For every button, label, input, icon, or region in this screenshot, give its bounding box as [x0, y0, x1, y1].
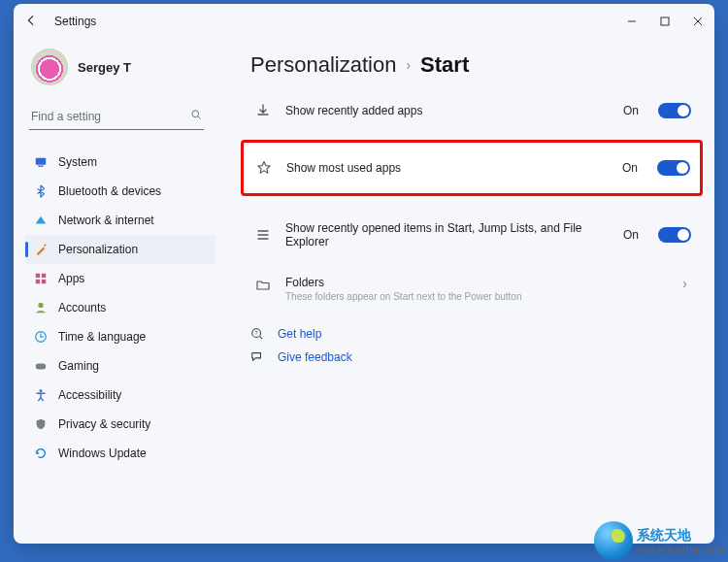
setting-recently-added: Show recently added apps On [250, 91, 697, 130]
svg-rect-6 [36, 280, 40, 283]
accessibility-icon [33, 387, 49, 403]
list-icon [254, 227, 272, 243]
sidebar-item-accessibility[interactable]: Accessibility [25, 380, 215, 410]
sidebar-item-time[interactable]: Time & language [25, 322, 215, 351]
update-icon [33, 446, 49, 461]
apps-icon [33, 271, 49, 286]
give-feedback-link[interactable]: Give feedback [250, 350, 697, 364]
breadcrumb: Personalization › Start [250, 52, 697, 78]
watermark: 系统天地 www.XiTongTianDi.net [594, 521, 724, 560]
globe-icon [594, 521, 633, 560]
sidebar-item-gaming[interactable]: Gaming [25, 351, 215, 380]
toggle-recently-added[interactable] [658, 103, 691, 118]
privacy-icon [33, 416, 49, 432]
profile[interactable]: Sergey T [25, 43, 215, 99]
svg-rect-10 [36, 363, 47, 369]
link-label: Get help [278, 327, 321, 341]
sidebar-item-privacy[interactable]: Privacy & security [25, 410, 215, 439]
watermark-domain: www.XiTongTianDi.net [637, 545, 724, 554]
titlebar: Settings [14, 4, 714, 39]
setting-label: Folders [285, 276, 665, 289]
toggle-state: On [623, 228, 639, 242]
link-label: Give feedback [278, 350, 352, 364]
sidebar-item-bluetooth[interactable]: Bluetooth & devices [25, 177, 215, 206]
bluetooth-icon [33, 183, 49, 199]
feedback-icon [250, 350, 266, 364]
sidebar-item-label: Network & internet [58, 214, 154, 227]
chevron-right-icon: › [406, 57, 411, 73]
back-button[interactable] [14, 14, 49, 30]
help-icon: ? [250, 327, 266, 341]
window-title: Settings [49, 15, 96, 28]
svg-point-8 [38, 303, 43, 308]
sidebar-item-label: Accessibility [58, 388, 121, 402]
sidebar-item-label: Time & language [58, 330, 146, 344]
highlighted-setting: Show most used apps On [241, 140, 703, 196]
toggle-state: On [623, 104, 639, 117]
setting-label: Show recently added apps [285, 104, 610, 117]
sidebar-item-apps[interactable]: Apps [25, 264, 215, 293]
close-button[interactable] [681, 4, 714, 39]
content: Personalization › Start Show recently ad… [215, 39, 714, 544]
minimize-button[interactable] [615, 4, 648, 39]
accounts-icon [33, 300, 49, 315]
toggle-state: On [622, 161, 638, 175]
watermark-brand: 系统天地 [637, 527, 691, 543]
setting-recently-opened: Show recently opened items in Start, Jum… [250, 210, 697, 260]
sidebar-item-label: Apps [58, 272, 84, 285]
breadcrumb-current: Start [420, 52, 469, 78]
search-input[interactable]: Find a setting [29, 103, 204, 130]
nav: SystemBluetooth & devicesNetwork & inter… [25, 140, 215, 468]
avatar [31, 49, 68, 85]
svg-point-1 [192, 111, 199, 117]
network-icon [33, 213, 49, 228]
toggle-most-used[interactable] [657, 160, 690, 176]
search-placeholder: Find a setting [31, 110, 101, 123]
help-links: ? Get help Give feedback [250, 327, 697, 364]
svg-text:?: ? [255, 330, 258, 336]
personalization-icon [33, 242, 49, 257]
gaming-icon [33, 358, 49, 374]
settings-window: Settings Sergey T Find a setting SystemB… [14, 4, 714, 544]
setting-most-used: Show most used apps On [244, 143, 700, 193]
svg-rect-2 [36, 158, 47, 165]
window-controls [615, 4, 714, 39]
sidebar-item-personalization[interactable]: Personalization [25, 235, 215, 264]
sidebar-item-label: System [58, 155, 97, 169]
sidebar: Sergey T Find a setting SystemBluetooth … [14, 39, 215, 544]
svg-rect-3 [38, 166, 43, 167]
sidebar-item-network[interactable]: Network & internet [25, 206, 215, 235]
setting-folders[interactable]: Folders These folders appear on Start ne… [250, 260, 697, 314]
sidebar-item-label: Gaming [58, 359, 99, 373]
sidebar-item-system[interactable]: System [25, 148, 215, 177]
search-icon [190, 109, 202, 123]
get-help-link[interactable]: ? Get help [250, 327, 697, 341]
sidebar-item-label: Personalization [58, 243, 138, 256]
setting-label: Show most used apps [286, 161, 609, 175]
chevron-right-icon: › [678, 276, 691, 291]
profile-name: Sergey T [78, 60, 131, 75]
svg-rect-7 [42, 280, 46, 283]
toggle-recently-opened[interactable] [658, 227, 691, 243]
setting-label: Show recently opened items in Start, Jum… [285, 221, 610, 248]
setting-sublabel: These folders appear on Start next to th… [285, 291, 665, 302]
sidebar-item-label: Windows Update [58, 446, 147, 460]
time-icon [33, 329, 49, 345]
breadcrumb-parent[interactable]: Personalization [250, 52, 396, 78]
download-icon [254, 103, 272, 118]
star-icon [255, 160, 273, 176]
sidebar-item-accounts[interactable]: Accounts [25, 293, 215, 322]
sidebar-item-label: Bluetooth & devices [58, 184, 161, 198]
svg-rect-5 [42, 274, 46, 278]
svg-point-11 [40, 389, 43, 392]
svg-rect-4 [36, 274, 40, 278]
maximize-button[interactable] [648, 4, 681, 39]
sidebar-item-update[interactable]: Windows Update [25, 439, 215, 468]
sidebar-item-label: Accounts [58, 301, 106, 314]
sidebar-item-label: Privacy & security [58, 417, 150, 431]
folder-icon [254, 278, 272, 293]
system-icon [33, 154, 49, 170]
svg-rect-0 [661, 17, 669, 25]
